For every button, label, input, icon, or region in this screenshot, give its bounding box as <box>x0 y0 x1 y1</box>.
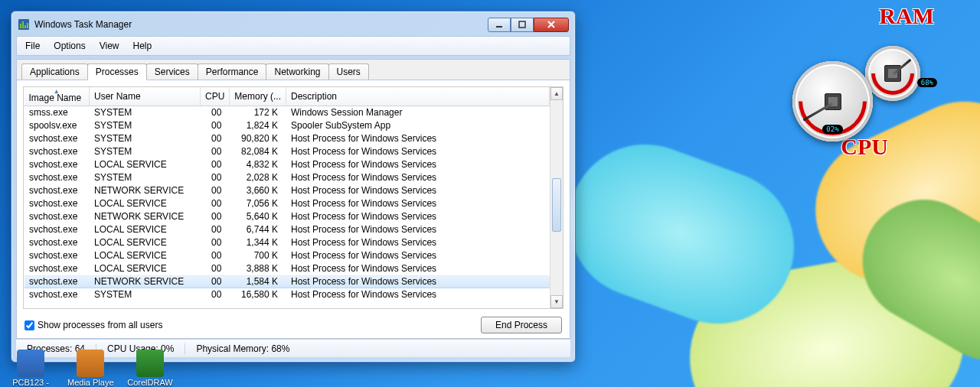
table-row[interactable]: svchost.exeNETWORK SERVICE001,584 KHost … <box>24 275 550 288</box>
scroll-thumb[interactable] <box>552 178 561 232</box>
svg-rect-3 <box>24 25 26 28</box>
titlebar[interactable]: Windows Task Manager <box>16 16 570 33</box>
col-memory[interactable]: Memory (... <box>230 87 286 106</box>
col-description[interactable]: Description <box>286 87 550 106</box>
tab-users[interactable]: Users <box>328 63 369 80</box>
scroll-up-icon[interactable]: ▲ <box>550 87 563 100</box>
scroll-down-icon[interactable]: ▼ <box>550 295 563 308</box>
close-button[interactable] <box>534 18 569 32</box>
table-row[interactable]: svchost.exeLOCAL SERVICE001,344 KHost Pr… <box>24 236 550 249</box>
table-row[interactable]: svchost.exeLOCAL SERVICE006,744 KHost Pr… <box>24 223 550 236</box>
table-row[interactable]: spoolsv.exeSYSTEM001,824 KSpooler SubSys… <box>24 119 550 132</box>
ram-readout: 68% <box>917 78 937 87</box>
tab-networking[interactable]: Networking <box>266 63 328 80</box>
table-row[interactable]: svchost.exeNETWORK SERVICE003,660 KHost … <box>24 184 550 197</box>
menu-help[interactable]: Help <box>128 39 158 53</box>
ram-gauge: 68% <box>865 46 920 101</box>
table-row[interactable]: svchost.exeLOCAL SERVICE007,056 KHost Pr… <box>24 197 550 210</box>
desktop-icons: PCB123 -Media PlayerCorelDRAW <box>8 350 173 387</box>
menubar: FileOptionsViewHelp <box>16 36 570 56</box>
table-row[interactable]: svchost.exeSYSTEM0082,084 KHost Process … <box>24 145 550 158</box>
tab-processes[interactable]: Processes <box>87 63 147 80</box>
show-all-users-checkbox[interactable]: Show processes from all users <box>24 320 162 330</box>
end-process-button[interactable]: End Process <box>481 317 562 333</box>
maximize-button[interactable] <box>511 18 534 32</box>
app-icon <box>18 18 30 31</box>
system-gauge-gadget[interactable]: 68% 02% <box>792 46 938 145</box>
app-icon <box>77 350 104 377</box>
minimize-button[interactable] <box>488 18 511 32</box>
table-row[interactable]: svchost.exeSYSTEM002,028 KHost Process f… <box>24 171 550 184</box>
tabs: ApplicationsProcessesServicesPerformance… <box>17 60 570 80</box>
svg-rect-1 <box>20 24 21 28</box>
table-row[interactable]: svchost.exeLOCAL SERVICE00700 KHost Proc… <box>24 249 550 262</box>
process-table-wrap: ▲Image Name User Name CPU Memory (... De… <box>23 86 564 309</box>
table-row[interactable]: smss.exeSYSTEM00172 KWindows Session Man… <box>24 106 550 119</box>
window-title: Windows Task Manager <box>34 19 132 30</box>
menu-file[interactable]: File <box>20 39 45 53</box>
table-row[interactable]: svchost.exeLOCAL SERVICE003,888 KHost Pr… <box>24 262 550 275</box>
desktop-icon[interactable]: Media Player <box>67 350 113 387</box>
task-manager-window: Windows Task Manager FileOptionsViewHelp… <box>11 11 576 363</box>
cpu-gauge: 02% <box>792 61 873 141</box>
desktop-icon[interactable]: CorelDRAW <box>127 350 173 387</box>
col-image-name[interactable]: ▲Image Name <box>24 87 90 106</box>
app-icon <box>17 350 44 377</box>
tab-applications[interactable]: Applications <box>21 63 88 80</box>
table-row[interactable]: svchost.exeLOCAL SERVICE004,832 KHost Pr… <box>24 158 550 171</box>
svg-rect-2 <box>22 21 24 28</box>
col-user-name[interactable]: User Name <box>90 87 201 106</box>
table-row[interactable]: svchost.exeSYSTEM0016,580 KHost Process … <box>24 288 550 301</box>
process-table: ▲Image Name User Name CPU Memory (... De… <box>24 87 550 301</box>
show-all-users-label: Show processes from all users <box>38 320 162 330</box>
menu-options[interactable]: Options <box>48 39 90 53</box>
tab-performance[interactable]: Performance <box>198 63 267 80</box>
vertical-scrollbar[interactable]: ▲ ▼ <box>550 87 563 308</box>
table-row[interactable]: svchost.exeNETWORK SERVICE005,640 KHost … <box>24 210 550 223</box>
svg-rect-6 <box>519 21 525 28</box>
svg-rect-4 <box>27 23 28 28</box>
ram-gadget-label: RAM <box>879 3 934 29</box>
cpu-readout: 02% <box>822 125 842 134</box>
desktop-icon[interactable]: PCB123 - <box>8 350 54 387</box>
status-memory: Physical Memory: 68% <box>185 343 300 354</box>
col-cpu[interactable]: CPU <box>201 87 230 106</box>
table-row[interactable]: svchost.exeSYSTEM0090,820 KHost Process … <box>24 132 550 145</box>
menu-view[interactable]: View <box>94 39 125 53</box>
app-icon <box>136 350 164 377</box>
tab-services[interactable]: Services <box>146 63 198 80</box>
